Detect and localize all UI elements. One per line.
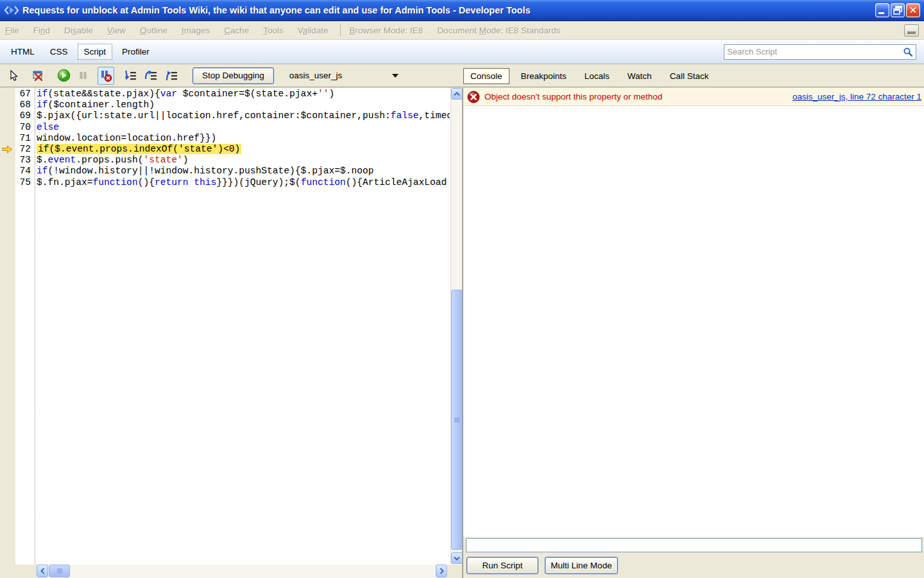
minimize-pane-icon[interactable]: [904, 24, 919, 37]
console-tabs: ConsoleBreakpointsLocalsWatchCall Stack: [463, 64, 720, 87]
line-number[interactable]: 68: [15, 100, 34, 110]
tab-html[interactable]: HTML: [5, 44, 40, 59]
menu-item-cache[interactable]: Cache: [224, 26, 249, 35]
window-title: Requests for unblock at Admin Tools Wiki…: [22, 5, 875, 15]
tab-breakpoints[interactable]: Breakpoints: [515, 69, 573, 83]
break-all-icon[interactable]: [74, 67, 91, 85]
line-number[interactable]: 70: [15, 122, 34, 133]
code-lines: 67if(state&&state.pjax){var $container=$…: [15, 89, 450, 188]
close-icon[interactable]: ✕: [906, 3, 920, 17]
execution-arrow-icon: [2, 145, 13, 153]
code-text: window.location=location.href}}): [37, 133, 450, 144]
execution-line-highlight: if($.event.props.indexOf('state')<0): [37, 144, 241, 154]
console-command-input[interactable]: [466, 538, 922, 552]
step-out-icon[interactable]: [163, 67, 180, 85]
window-controls: ✕: [875, 3, 920, 17]
line-number[interactable]: 74: [15, 166, 34, 177]
code-line-74[interactable]: 74if(!window.history||!window.history.pu…: [15, 166, 450, 177]
search-box: [724, 44, 916, 60]
developer-tools-window: Requests for unblock at Admin Tools Wiki…: [0, 0, 924, 578]
code-text: $.fn.pjax=function(){return this}}})(jQu…: [37, 177, 450, 188]
window-error-icon[interactable]: [30, 67, 46, 85]
menu-item-images[interactable]: Images: [182, 26, 210, 35]
script-source-panel: 67if(state&&state.pjax){var $container=$…: [0, 88, 462, 578]
code-line-68[interactable]: 68if($container.length): [15, 100, 450, 110]
vertical-scroll-thumb[interactable]: [451, 290, 463, 550]
menu-item-document-mode[interactable]: Document Mode: IE8 Standards: [437, 26, 560, 35]
error-message: Object doesn't support this property or …: [484, 92, 792, 101]
tab-css[interactable]: CSS: [44, 44, 74, 59]
menu-item-view[interactable]: View: [107, 26, 126, 35]
horizontal-scrollbar[interactable]: [37, 565, 448, 578]
menu-item-validate[interactable]: Validate: [298, 26, 329, 35]
scroll-right-icon[interactable]: [436, 565, 447, 577]
line-number[interactable]: 71: [15, 133, 34, 144]
menu-items: FileFindDisableViewOutlineImagesCacheToo…: [5, 26, 343, 35]
select-element-icon[interactable]: [5, 67, 22, 85]
tab-call-stack[interactable]: Call Stack: [663, 69, 715, 83]
menu-item-file[interactable]: File: [5, 26, 19, 35]
menu-item-disable[interactable]: Disable: [64, 26, 93, 35]
search-icon[interactable]: [903, 47, 913, 57]
code-text: if($.event.props.indexOf('state')<0): [37, 144, 450, 155]
console-error-row: Object doesn't support this property or …: [463, 88, 924, 106]
script-selector-value: oasis_user_js: [289, 71, 343, 80]
tab-locals[interactable]: Locals: [578, 69, 616, 83]
menu-item-outline[interactable]: Outline: [140, 26, 167, 35]
scroll-down-icon[interactable]: [451, 552, 463, 564]
scrollbar-corner: [0, 565, 37, 578]
line-number[interactable]: 75: [15, 177, 34, 188]
stop-debugging-button[interactable]: Stop Debugging: [193, 67, 274, 84]
dev-tabstrip: HTMLCSSScriptProfiler: [0, 40, 924, 64]
console-command-area: Run Script Multi Line Mode: [463, 537, 924, 578]
code-text: $.pjax({url:state.url||location.href,con…: [37, 110, 450, 121]
code-text: $.event.props.push('state'): [37, 155, 450, 166]
break-on-error-icon[interactable]: [98, 67, 114, 85]
line-number[interactable]: 73: [15, 155, 34, 166]
error-location-link[interactable]: oasis_user_js, line 72 character 1: [792, 92, 921, 101]
search-input[interactable]: [727, 47, 903, 57]
code-line-72[interactable]: 72if($.event.props.indexOf('state')<0): [15, 144, 450, 155]
multi-line-mode-button[interactable]: Multi Line Mode: [545, 557, 618, 574]
continue-icon[interactable]: [55, 67, 72, 85]
menubar: FileFindDisableViewOutlineImagesCacheToo…: [0, 21, 924, 40]
mode-items: Browser Mode: IE8Document Mode: IE8 Stan…: [350, 26, 575, 35]
tab-script[interactable]: Script: [78, 44, 113, 60]
menu-divider: [340, 24, 341, 37]
line-number[interactable]: 72: [15, 144, 34, 155]
main-content: 67if(state&&state.pjax){var $container=$…: [0, 88, 924, 578]
menu-item-tools[interactable]: Tools: [263, 26, 284, 35]
code-line-67[interactable]: 67if(state&&state.pjax){var $container=$…: [15, 89, 450, 100]
run-script-button[interactable]: Run Script: [466, 557, 538, 574]
tab-profiler[interactable]: Profiler: [116, 44, 155, 59]
minimize-icon[interactable]: [875, 3, 889, 17]
code-text: if(!window.history||!window.history.push…: [37, 166, 450, 177]
vertical-scrollbar[interactable]: [450, 88, 462, 564]
error-icon: [467, 91, 480, 103]
code-line-70[interactable]: 70else: [15, 122, 450, 133]
code-line-75[interactable]: 75$.fn.pjax=function(){return this}}})(j…: [15, 177, 450, 188]
menu-item-browser-mode[interactable]: Browser Mode: IE8: [350, 26, 424, 35]
line-number[interactable]: 69: [15, 110, 34, 121]
debug-toolbar: Stop Debugging oasis_user_js ConsoleBrea…: [0, 64, 924, 87]
breakpoint-margin[interactable]: [0, 88, 15, 578]
horizontal-scroll-thumb[interactable]: [49, 565, 70, 577]
code-text: else: [37, 122, 450, 133]
scroll-up-icon[interactable]: [451, 88, 463, 100]
restore-icon[interactable]: [891, 3, 905, 17]
step-over-icon[interactable]: [142, 67, 159, 85]
step-into-icon[interactable]: [122, 67, 139, 85]
code-line-69[interactable]: 69$.pjax({url:state.url||location.href,c…: [15, 110, 450, 121]
code-brackets-icon: [4, 4, 19, 16]
chevron-down-icon: [392, 74, 398, 78]
tab-watch[interactable]: Watch: [621, 69, 658, 83]
dev-tabs: HTMLCSSScriptProfiler: [5, 44, 159, 60]
line-number[interactable]: 67: [15, 89, 34, 100]
scroll-left-icon[interactable]: [37, 565, 48, 577]
menu-item-find[interactable]: Find: [33, 26, 50, 35]
code-line-71[interactable]: 71window.location=location.href}}): [15, 133, 450, 144]
script-selector-dropdown[interactable]: oasis_user_js: [289, 71, 398, 80]
code-line-73[interactable]: 73$.event.props.push('state'): [15, 155, 450, 166]
tab-console[interactable]: Console: [463, 68, 509, 84]
scrollbar-corner: [448, 565, 462, 578]
